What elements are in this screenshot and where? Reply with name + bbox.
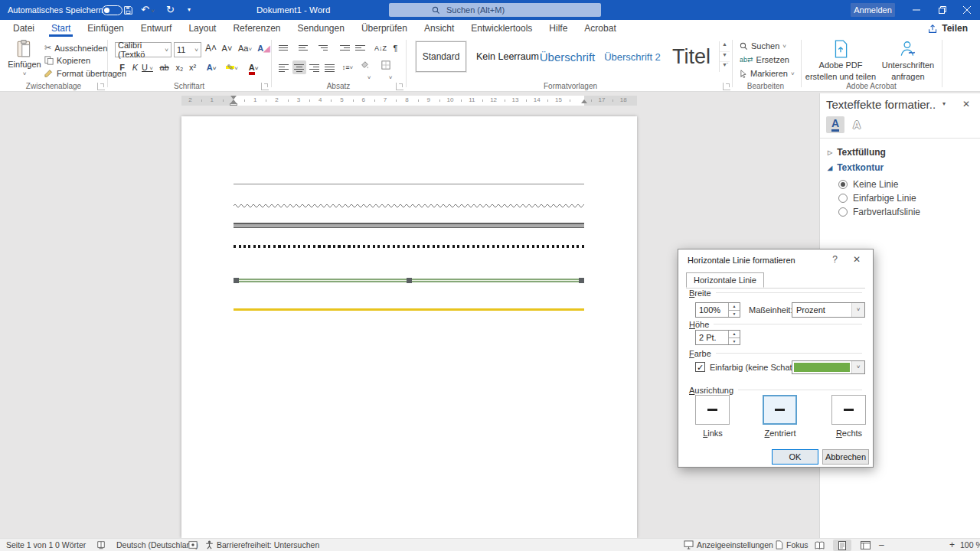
shrink-font-button[interactable]: A˅ [220,41,234,55]
tab-entwurf[interactable]: Entwurf [132,20,181,37]
highlight-color-button[interactable]: ✎˅ [223,60,241,74]
align-left-option[interactable] [695,395,730,425]
display-settings-button[interactable]: Anzeigeeinstellungen [684,539,773,551]
ok-button[interactable]: OK [772,449,818,465]
resize-handle-left[interactable] [234,278,239,283]
section-textfuellung[interactable]: ▷Textfüllung [828,147,886,158]
cut-button[interactable]: ✂Ausschneiden [44,43,107,53]
width-input[interactable]: 100%▲▼ [695,302,740,318]
tab-einfuegen[interactable]: Einfügen [79,20,132,37]
horizontal-line-thick[interactable] [234,223,584,228]
underline-button[interactable]: U ˅ [141,60,154,74]
sign-in-button[interactable]: Anmelden [851,3,895,17]
solid-color-checkbox[interactable]: ✓ [695,362,705,372]
align-right-option[interactable] [831,395,866,425]
minimize-button[interactable] [905,0,928,20]
right-indent-marker[interactable] [581,99,587,103]
read-mode-button[interactable] [810,540,828,551]
copy-button[interactable]: Kopieren [44,56,90,65]
page-indicator[interactable]: Seite 1 von 1 [6,539,53,551]
line-spacing-button[interactable]: ↕≡˅ [338,60,357,74]
clear-formatting-button[interactable]: A◢ [257,41,270,55]
share-button[interactable]: Teilen [920,20,975,37]
zoom-level[interactable]: 100 % [960,539,980,551]
tab-sendungen[interactable]: Sendungen [289,20,353,37]
tab-hilfe[interactable]: Hilfe [541,20,576,37]
gallery-down-icon[interactable]: ▼ [720,51,730,61]
spinner[interactable]: ▲▼ [728,331,740,344]
font-family-combo[interactable]: Calibri (Textkö˅ [115,42,172,57]
bullets-button[interactable] [277,41,294,55]
tab-acrobat[interactable]: Acrobat [576,20,624,37]
grow-font-button[interactable]: A˄ [204,41,217,55]
radio-keine-linie[interactable]: Keine Linie [838,179,898,190]
customize-toolbar-button[interactable]: ▾ [188,0,191,20]
language-indicator[interactable]: Deutsch (Deutschland) [116,539,198,551]
section-textkontur[interactable]: ◢Textkontur [828,162,884,173]
horizontal-line-yellow[interactable] [234,308,584,311]
save-button[interactable] [116,0,139,20]
spinner[interactable]: ▲▼ [728,303,740,317]
strikethrough-button[interactable]: ab [158,60,171,74]
left-indent-marker[interactable] [230,103,237,106]
superscript-button[interactable]: x² [186,60,199,74]
align-center-button[interactable] [292,60,306,74]
style-ueberschrift-2[interactable]: Überschrift 2 [600,41,665,72]
borders-button[interactable]: ˅ [381,60,400,74]
style-kein-leerraum[interactable]: Kein Leerraum [473,41,542,72]
increase-indent-button[interactable] [354,41,368,55]
change-case-button[interactable]: Aa˅ [236,41,254,55]
tab-start[interactable]: Start [43,20,79,37]
multilevel-list-button[interactable] [317,41,334,55]
tab-ueberpruefen[interactable]: Überprüfen [353,20,416,37]
proofing-icon[interactable] [96,539,106,551]
gallery-up-icon[interactable]: ▲ [720,41,730,51]
height-input[interactable]: 2 Pt.▲▼ [695,330,740,345]
horizontal-line-thin[interactable] [234,184,584,184]
tab-referenzen[interactable]: Referenzen [224,20,289,37]
font-dialog-launcher[interactable] [261,83,269,90]
align-left-button[interactable] [277,60,291,74]
color-picker[interactable]: ˅ [792,360,865,374]
subscript-button[interactable]: x₂ [173,60,186,74]
decrease-indent-button[interactable] [338,41,352,55]
select-button[interactable]: Markieren˅ [740,69,795,78]
tab-ansicht[interactable]: Ansicht [416,20,462,37]
dialog-tab[interactable]: Horizontale Linie [686,272,764,288]
dialog-close-icon[interactable]: ✕ [853,254,861,265]
cancel-button[interactable]: Abbrechen [822,449,869,465]
focus-button[interactable]: Fokus [775,539,808,551]
request-signatures-button[interactable]: Unterschriften anfragen [877,40,939,81]
format-painter-button[interactable]: Format übertragen [44,69,126,78]
horizontal-line-wavy[interactable] [234,202,584,208]
radio-farbverlaufslinie[interactable]: Farbverlaufslinie [838,207,920,217]
text-effects-tab[interactable]: A [848,116,866,133]
redo-button[interactable]: ↻ [166,0,175,20]
pane-dropdown-icon[interactable]: ▾ [942,100,946,107]
numbering-button[interactable] [297,41,314,55]
font-color-button[interactable]: A˅ [244,60,263,74]
horizontal-line-dotted[interactable] [234,245,584,248]
tab-layout[interactable]: Layout [180,20,224,37]
clipboard-dialog-launcher[interactable] [97,83,105,90]
paste-button[interactable]: Einfügen ˅ [8,40,41,77]
resize-handle-right[interactable] [579,278,584,283]
font-size-combo[interactable]: 11˅ [174,42,201,57]
text-effects-button[interactable]: A˅ [202,60,220,74]
restore-button[interactable] [931,0,954,20]
document-page[interactable] [181,116,637,538]
word-count[interactable]: 0 Wörter [55,539,86,551]
close-button[interactable] [956,0,978,20]
align-center-option[interactable] [763,395,797,425]
tab-entwicklertools[interactable]: Entwicklertools [462,20,541,37]
resize-handle-middle[interactable] [407,278,412,283]
accessibility-status[interactable]: Barrierefreiheit: Untersuchen [205,539,319,551]
web-layout-button[interactable] [856,540,874,551]
search-input[interactable]: Suchen (Alt+M) [389,3,601,17]
styles-gallery-scroll[interactable]: ▲ ▼ ▼̄ [719,41,730,72]
horizontal-line-green-selected[interactable] [234,277,584,284]
align-right-button[interactable] [308,60,322,74]
gallery-more-icon[interactable]: ▼̄ [720,61,730,71]
shading-button[interactable]: ˅ [360,60,378,74]
italic-button[interactable]: K [129,60,142,74]
